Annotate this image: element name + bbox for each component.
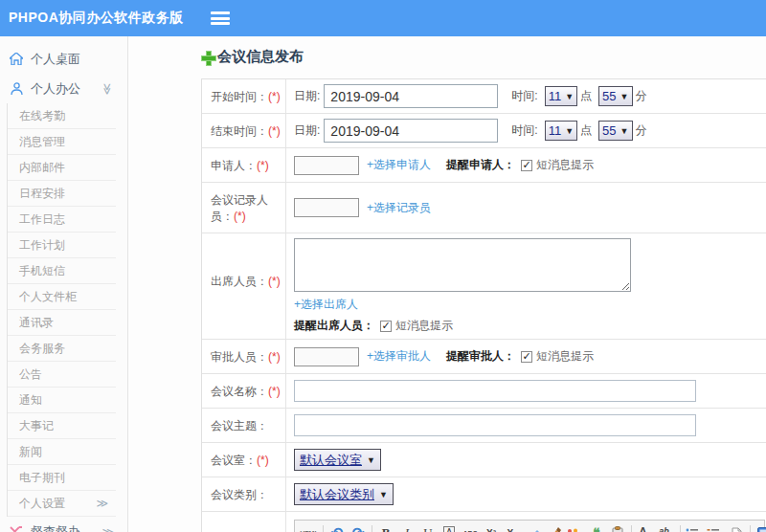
- sidebar-item-sms[interactable]: 手机短信: [8, 258, 116, 284]
- form-row-applicant: 申请人：(*) +选择申请人 提醒申请人： 短消息提示: [202, 148, 766, 183]
- end-date-input[interactable]: [324, 119, 498, 143]
- sidebar-item-e-journal[interactable]: 电子期刊: [8, 465, 116, 491]
- sidebar: 个人桌面 个人办公 ≫ 在线考勤 消息管理 内部邮件 日程安排 工作日志 工作计…: [0, 36, 128, 532]
- font-style-icon[interactable]: A: [439, 523, 459, 532]
- end-minute-select[interactable]: 55▼: [598, 121, 632, 141]
- form-row-meeting-name: 会议名称：(*): [202, 374, 766, 409]
- start-minute-select[interactable]: 55▼: [598, 86, 632, 106]
- remind-attendees-label: 提醒出席人员：: [294, 318, 374, 334]
- superscript-icon[interactable]: X²: [482, 523, 501, 532]
- italic-button[interactable]: I: [397, 523, 417, 532]
- sidebar-item-personal-settings[interactable]: 个人设置 ≫: [8, 491, 116, 517]
- menu-icon[interactable]: [211, 11, 230, 25]
- select-approver-link[interactable]: +选择审批人: [367, 348, 431, 365]
- date-label: 日期:: [294, 122, 320, 139]
- palette-icon[interactable]: ▾: [566, 523, 585, 532]
- required-mark: (*): [268, 350, 281, 364]
- sidebar-item-news[interactable]: 新闻: [8, 439, 116, 465]
- highlight-icon[interactable]: ab▾: [657, 523, 676, 532]
- end-hour-select[interactable]: 11▼: [545, 121, 577, 141]
- field-label: 会议室：: [211, 454, 257, 467]
- sidebar-item-work-plan[interactable]: 工作计划: [8, 233, 116, 258]
- app-title: PHPOA协同办公软件政务版: [0, 10, 184, 27]
- field-label: 出席人员：: [211, 275, 268, 288]
- sidebar-item-internal-mail[interactable]: 内部邮件: [8, 155, 116, 181]
- select-attendees-link[interactable]: +选择出席人: [294, 297, 358, 313]
- sidebar-item-events[interactable]: 大事记: [8, 413, 116, 439]
- select-applicant-link[interactable]: +选择申请人: [367, 157, 431, 173]
- attendees-textarea[interactable]: [294, 238, 631, 292]
- app-header: PHPOA协同办公软件政务版: [0, 0, 766, 36]
- bold-button[interactable]: B: [376, 523, 395, 532]
- applicant-input[interactable]: [294, 156, 359, 175]
- sidebar-item-announcement[interactable]: 公告: [8, 362, 116, 388]
- start-date-input[interactable]: [324, 84, 498, 108]
- unordered-list-icon[interactable]: ▾: [706, 523, 725, 532]
- font-color-icon[interactable]: A▾: [636, 523, 655, 532]
- recorder-input[interactable]: [294, 198, 359, 217]
- time-label: 时间:: [511, 122, 537, 139]
- meeting-room-select[interactable]: 默认会议室▼: [294, 449, 381, 471]
- required-mark: (*): [234, 210, 246, 223]
- undo-icon[interactable]: ↶: [327, 523, 347, 532]
- field-label: 会议名称：: [211, 385, 268, 398]
- sms-checkbox[interactable]: [521, 160, 532, 171]
- field-label: 会议主题：: [211, 419, 268, 432]
- eraser-icon[interactable]: [524, 523, 543, 532]
- form-row-end-time: 结束时间：(*) 日期: 时间: 11▼ 点 55▼ 分: [202, 114, 766, 148]
- start-hour-select[interactable]: 11▼: [545, 86, 577, 106]
- sidebar-item-work-log[interactable]: 工作日志: [8, 207, 116, 233]
- user-icon: [9, 82, 24, 96]
- meeting-name-input[interactable]: [294, 380, 696, 402]
- sms-checkbox[interactable]: [521, 351, 532, 363]
- sidebar-item-supervise[interactable]: 督查督办 ≫: [0, 517, 127, 532]
- sms-checkbox[interactable]: [380, 321, 392, 332]
- form-row-meeting-category: 会议类别： 默认会议类别▼: [202, 477, 766, 512]
- sidebar-item-office[interactable]: 个人办公 ≫: [0, 74, 127, 103]
- blockquote-icon[interactable]: ❝: [587, 523, 606, 532]
- form-row-meeting-room: 会议室：(*) 默认会议室▼: [202, 443, 766, 477]
- plus-icon: [201, 51, 214, 64]
- ordered-list-icon[interactable]: ▾: [685, 523, 704, 532]
- redo-icon[interactable]: ↷: [349, 523, 368, 532]
- sidebar-item-notice[interactable]: 通知: [8, 388, 116, 413]
- page-title: 会议信息发布: [201, 48, 766, 66]
- sms-label: 短消息提示: [536, 348, 594, 365]
- meeting-topic-input[interactable]: [294, 414, 696, 436]
- chevron-double-down-icon: ≫: [101, 82, 115, 95]
- form-row-start-time: 开始时间：(*) 日期: 时间: 11▼ 点 55▼ 分: [202, 79, 766, 114]
- sidebar-item-messages[interactable]: 消息管理: [8, 129, 116, 155]
- sidebar-item-desktop[interactable]: 个人桌面: [0, 44, 127, 74]
- sidebar-item-file-cabinet[interactable]: 个人文件柜: [8, 284, 116, 310]
- fullscreen-icon[interactable]: [755, 523, 766, 532]
- sidebar-item-attendance[interactable]: 在线考勤: [8, 103, 116, 129]
- sidebar-item-contacts[interactable]: 通讯录: [8, 310, 116, 336]
- required-mark: (*): [268, 90, 281, 103]
- paste-icon[interactable]: T: [608, 523, 627, 532]
- field-label: 申请人：: [211, 159, 257, 172]
- shuffle-icon: [9, 525, 24, 532]
- approver-input[interactable]: [294, 347, 359, 366]
- minute-unit: 分: [636, 88, 647, 104]
- field-label: 结束时间：: [211, 124, 268, 138]
- hour-unit: 点: [580, 88, 592, 104]
- html-source-button[interactable]: HTML: [300, 523, 319, 532]
- remind-applicant-label: 提醒申请人：: [446, 157, 515, 173]
- sidebar-item-label: 个人办公: [31, 80, 80, 98]
- form-row-approver: 审批人员：(*) +选择审批人 提醒审批人： 短消息提示: [202, 340, 766, 374]
- new-page-icon[interactable]: [727, 523, 746, 532]
- sidebar-item-schedule[interactable]: 日程安排: [8, 181, 116, 207]
- subscript-icon[interactable]: X₂: [503, 523, 522, 532]
- remind-approver-label: 提醒审批人：: [446, 348, 515, 365]
- minute-unit: 分: [636, 122, 647, 139]
- form-row-content-editor: HTML ↶ ↷ B I U A ABC X² X₂: [202, 512, 766, 532]
- main-content: 会议信息发布 开始时间：(*) 日期: 时间: 11▼ 点 55▼ 分: [128, 36, 766, 532]
- underline-button[interactable]: U: [418, 523, 438, 532]
- strikethrough-icon[interactable]: ABC: [461, 523, 480, 532]
- meeting-category-select[interactable]: 默认会议类别▼: [294, 483, 394, 505]
- field-label: 会议类别：: [211, 488, 268, 501]
- chevron-double-right-icon: ≫: [101, 525, 114, 532]
- format-brush-icon[interactable]: [545, 523, 564, 532]
- select-recorder-link[interactable]: +选择记录员: [367, 200, 431, 216]
- sidebar-item-meeting-service[interactable]: 会务服务: [8, 336, 116, 362]
